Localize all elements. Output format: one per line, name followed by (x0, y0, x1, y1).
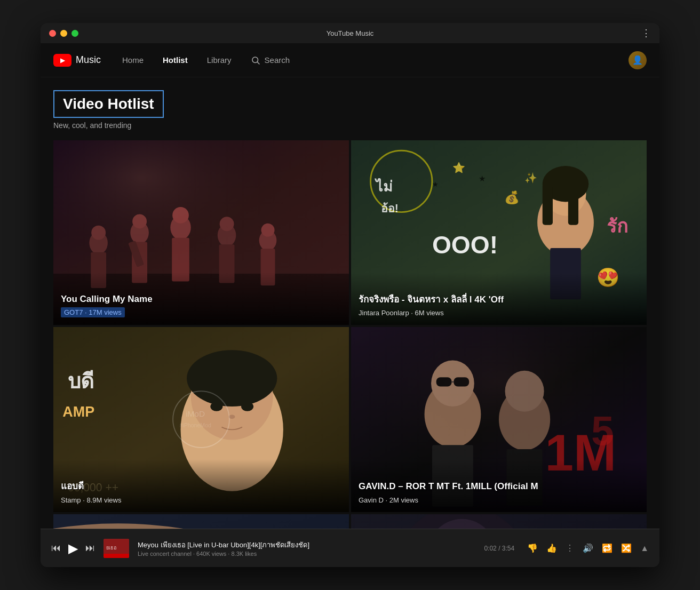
shuffle-button[interactable]: 🔀 (621, 543, 632, 553)
skip-back-button[interactable]: ⏮ (51, 543, 61, 554)
search-label: Search (265, 55, 290, 65)
video-overlay-3: แอบดี Stamp · 8.9M views (53, 459, 349, 512)
svg-text:บดี: บดี (68, 370, 94, 393)
search-button[interactable]: Search (251, 55, 290, 65)
main-content: Video Hotlist New, cool, and trending (41, 77, 659, 529)
svg-point-48 (187, 350, 277, 407)
section-subtitle: New, cool, and trending (53, 121, 647, 130)
logo-icon (53, 54, 71, 67)
player-song-sub: Live concert channel · 640K views · 8.3K… (138, 551, 475, 557)
svg-line-1 (257, 62, 259, 64)
svg-text:อ้อ!: อ้อ! (381, 202, 399, 214)
play-button[interactable]: ▶ (68, 541, 78, 556)
video-overlay-2: รักจริงพรือ - จินตหรา x ลิลลี่ l 4K 'Off… (351, 273, 647, 325)
video-card-2[interactable]: ไม่ อ้อ! ⭐ ★ ★ 💰 ✨ OOO! รัก (351, 140, 647, 325)
svg-rect-85 (104, 554, 129, 558)
app-window: YouTube Music ⋮ Music Home Hotlist Libra… (41, 23, 659, 567)
queue-button[interactable]: ▲ (640, 544, 649, 553)
dislike-button[interactable]: 👎 (527, 543, 538, 553)
player-controls: ⏮ ▶ ⏭ (51, 541, 95, 556)
svg-text:★: ★ (479, 174, 486, 183)
skip-forward-button[interactable]: ⏭ (85, 543, 95, 554)
svg-text:★: ★ (432, 180, 439, 188)
video-thumbnail-6 (351, 514, 647, 529)
video-meta-1: GOT7 · 17M views (61, 307, 125, 317)
svg-text:ยเธอ: ยเธอ (106, 545, 116, 551)
video-overlay-4: GAVIN.D – ROR T MT Ft. 1MILL (Official M… (351, 459, 647, 512)
video-card-3[interactable]: iMoD #iPhoneMod บดี AMP 00,000 ++ แอบดี … (53, 327, 349, 512)
svg-rect-28 (568, 184, 578, 225)
svg-text:AMP: AMP (62, 404, 94, 420)
svg-rect-81 (351, 514, 647, 529)
video-card-1[interactable]: You Calling My Name GOT7 · 17M views (53, 140, 349, 325)
avatar[interactable]: 👤 (629, 51, 647, 69)
video-title-4: GAVIN.D – ROR T MT Ft. 1MILL (Official M (359, 481, 639, 492)
player-time: 0:02 / 3:54 (484, 545, 514, 552)
svg-text:⭐: ⭐ (452, 162, 465, 174)
svg-text:OOO!: OOO! (432, 231, 498, 259)
like-button[interactable]: 👍 (546, 543, 557, 553)
svg-text:✨: ✨ (524, 172, 537, 184)
video-meta-4: Gavin D · 2M views (359, 496, 418, 504)
video-thumbnail-5: "ยังไงก็ไ SEASO (53, 514, 349, 529)
video-meta-3: Stamp · 8.9M views (61, 496, 121, 504)
video-title-3: แอบดี (61, 481, 341, 492)
svg-text:iMoD: iMoD (186, 410, 205, 419)
svg-rect-27 (543, 184, 553, 225)
window-menu-icon[interactable]: ⋮ (641, 27, 651, 39)
nav-home[interactable]: Home (122, 55, 144, 65)
player-thumbnail: ยเธอ (104, 539, 129, 558)
video-card-4[interactable]: 1M 5 (351, 327, 647, 512)
volume-button[interactable]: 🔊 (583, 543, 593, 553)
player-song-title: Meyou เพียงเธอ [Live in U-bar Ubon][4k][… (138, 539, 475, 551)
close-button[interactable] (49, 30, 56, 37)
main-nav: Home Hotlist Library Search (122, 55, 629, 65)
svg-text:ไม่: ไม่ (375, 178, 393, 195)
video-card-6[interactable] (351, 514, 647, 529)
search-icon (251, 55, 260, 65)
svg-text:รัก: รัก (607, 216, 628, 236)
player-bar: ⏮ ▶ ⏭ ยเธอ Meyou เพียงเธอ [Live in U-bar… (41, 529, 659, 567)
video-title-1: You Calling My Name (61, 293, 341, 305)
header: Music Home Hotlist Library Search 👤 (41, 43, 659, 77)
traffic-lights (49, 30, 78, 37)
svg-text:💰: 💰 (504, 190, 520, 205)
video-grid: You Calling My Name GOT7 · 17M views (53, 140, 647, 529)
repeat-button[interactable]: 🔁 (602, 543, 612, 553)
video-card-5[interactable]: "ยังไงก็ไ SEASO (53, 514, 349, 529)
maximize-button[interactable] (71, 30, 78, 37)
more-options-button[interactable]: ⋮ (566, 543, 574, 553)
video-overlay-1: You Calling My Name GOT7 · 17M views (53, 272, 349, 325)
svg-point-0 (252, 57, 258, 63)
section-title: Video Hotlist (53, 90, 164, 118)
nav-hotlist[interactable]: Hotlist (163, 55, 188, 65)
window-title: YouTube Music (327, 29, 374, 37)
title-bar: YouTube Music ⋮ (41, 23, 659, 43)
svg-text:#iPhoneMod: #iPhoneMod (180, 422, 211, 428)
player-info: Meyou เพียงเธอ [Live in U-bar Ubon][4k][… (138, 539, 475, 557)
logo: Music (53, 54, 101, 67)
logo-text: Music (76, 54, 101, 66)
player-actions: 👎 👍 ⋮ 🔊 🔁 🔀 ▲ (527, 543, 649, 553)
nav-library[interactable]: Library (207, 55, 232, 65)
video-meta-2: Jintara Poonlarp · 6M views (359, 309, 444, 317)
minimize-button[interactable] (60, 30, 67, 37)
video-title-2: รักจริงพรือ - จินตหรา x ลิลลี่ l 4K 'Off (359, 294, 639, 306)
